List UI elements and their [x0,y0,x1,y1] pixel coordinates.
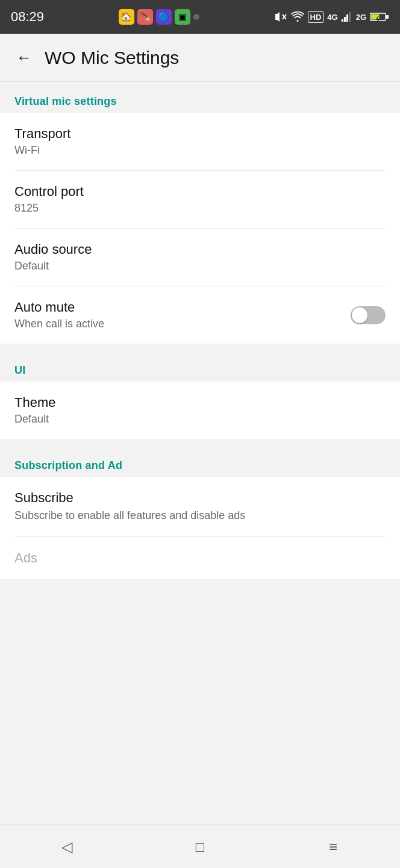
auto-mute-title: Auto mute [14,300,351,315]
notification-icons: 🏠 🪶 🔵 ▣ [119,9,199,25]
ads-label: Ads [14,550,386,566]
auto-mute-toggle[interactable] [351,306,386,324]
subscription-label: Subscription and Ad [14,459,122,471]
notif-icon-4: ▣ [175,9,190,25]
4g-icon: 4G [327,13,337,22]
back-nav-button[interactable]: ◁ [49,829,85,865]
ui-label: UI [14,364,25,376]
transport-setting[interactable]: Transport Wi-Fi [0,113,400,170]
notif-icon-2: 🪶 [137,9,153,25]
notif-icon-1: 🏠 [119,9,134,25]
theme-title: Theme [14,395,386,410]
bottom-nav: ◁ □ ≡ [0,825,400,868]
control-port-value: 8125 [14,202,386,215]
transport-value: Wi-Fi [14,144,386,157]
status-time: 08:29 [11,9,44,25]
menu-nav-button[interactable]: ≡ [315,829,351,865]
subscribe-setting[interactable]: Subscribe Subscribe to enable all featur… [0,477,400,536]
mute-icon [274,11,287,22]
subscription-section-header: Subscription and Ad [0,446,400,477]
status-bar: 08:29 🏠 🪶 🔵 ▣ HD 4G [0,0,400,34]
svg-rect-8 [386,15,389,19]
battery-icon [370,12,389,22]
back-button[interactable]: ← [12,46,36,70]
svg-rect-4 [346,14,348,22]
notif-dot [193,14,199,20]
subscription-section: Subscribe Subscribe to enable all featur… [0,477,400,579]
svg-rect-5 [349,12,351,22]
home-nav-icon: □ [196,838,205,855]
virtual-mic-label: Virtual mic settings [14,95,117,107]
audio-source-title: Audio source [14,242,386,257]
toolbar: ← WO Mic Settings [0,34,400,82]
home-nav-button[interactable]: □ [182,829,218,865]
virtual-mic-section-header: Virtual mic settings [0,82,400,113]
theme-setting[interactable]: Theme Default [0,382,400,439]
back-arrow-icon: ← [16,48,32,67]
toggle-thumb [352,307,367,323]
transport-title: Transport [14,126,386,142]
ui-section: Theme Default [0,382,400,439]
audio-source-setting[interactable]: Audio source Default [0,228,400,286]
2g-icon: 2G [356,13,366,22]
subscribe-description: Subscribe to enable all features and dis… [14,508,386,523]
hd-icon: HD [308,11,324,23]
svg-rect-3 [344,17,346,22]
subscribe-title: Subscribe [14,490,386,506]
auto-mute-setting[interactable]: Auto mute When call is active [0,286,400,344]
menu-nav-icon: ≡ [329,838,337,855]
audio-source-value: Default [14,260,386,272]
control-port-setting[interactable]: Control port 8125 [0,171,400,228]
auto-mute-subtitle: When call is active [14,318,351,330]
virtual-mic-section: Transport Wi-Fi Control port 8125 Audio … [0,113,400,344]
auto-mute-text: Auto mute When call is active [14,300,351,330]
ads-item: Ads [0,537,400,579]
back-nav-icon: ◁ [61,838,72,855]
control-port-title: Control port [14,184,386,200]
bottom-spacer [0,587,400,635]
signal-icon [342,12,352,22]
status-right-icons: HD 4G 2G [274,11,389,23]
notif-icon-3: 🔵 [156,9,172,25]
svg-rect-2 [342,19,343,22]
theme-value: Default [14,413,386,426]
settings-content: Virtual mic settings Transport Wi-Fi Con… [0,82,400,635]
page-title: WO Mic Settings [45,48,179,68]
ui-section-header: UI [0,351,400,382]
wifi-icon [291,11,304,22]
